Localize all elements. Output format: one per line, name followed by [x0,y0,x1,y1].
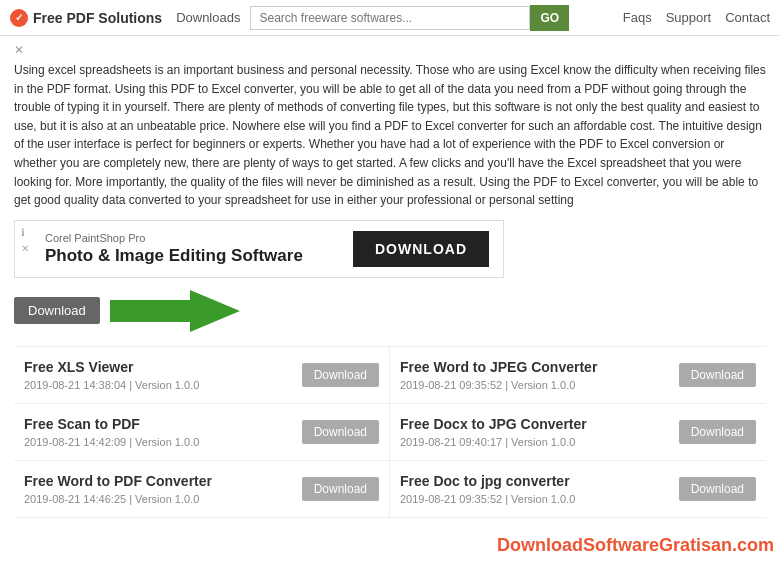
main-download-area: Download [14,290,766,332]
software-name: Free Docx to JPG Converter [400,416,679,432]
site-header: ✓ Free PDF Solutions Downloads GO Faqs S… [0,0,780,36]
nav-downloads[interactable]: Downloads [176,10,240,25]
software-info: Free Scan to PDF 2019-08-21 14:42:09 | V… [24,416,302,448]
logo-icon: ✓ [10,9,28,27]
software-info: Free Word to JPEG Converter 2019-08-21 0… [400,359,679,391]
svg-marker-0 [110,290,240,332]
description-text: Using excel spreadsheets is an important… [14,61,766,210]
download-button[interactable]: Download [679,477,756,501]
software-name: Free Word to JPEG Converter [400,359,679,375]
download-button[interactable]: Download [679,363,756,387]
software-meta: 2019-08-21 14:42:09 | Version 1.0.0 [24,436,302,448]
download-button[interactable]: Download [679,420,756,444]
download-button[interactable]: Download [302,420,379,444]
search-go-button[interactable]: GO [530,5,569,31]
software-item: Free Scan to PDF 2019-08-21 14:42:09 | V… [14,404,390,461]
software-info: Free Word to PDF Converter 2019-08-21 14… [24,473,302,505]
main-download-button[interactable]: Download [14,297,100,324]
search-area: GO [250,5,612,31]
download-button[interactable]: Download [302,363,379,387]
software-info: Free Doc to jpg converter 2019-08-21 09:… [400,473,679,505]
close-button[interactable]: ✕ [14,43,24,57]
arrow-icon [110,290,240,332]
logo-text: Free PDF Solutions [33,10,162,26]
software-item: Free Word to PDF Converter 2019-08-21 14… [14,461,390,518]
search-input[interactable] [250,6,530,30]
software-item: Free Word to JPEG Converter 2019-08-21 0… [390,347,766,404]
software-info: Free Docx to JPG Converter 2019-08-21 09… [400,416,679,448]
ad-info-icon[interactable]: ℹ [21,227,25,238]
site-logo[interactable]: ✓ Free PDF Solutions [10,9,162,27]
software-meta: 2019-08-21 09:35:52 | Version 1.0.0 [400,379,679,391]
software-grid: Free XLS Viewer 2019-08-21 14:38:04 | Ve… [14,346,766,518]
main-content: ✕ Using excel spreadsheets is an importa… [0,36,780,528]
software-info: Free XLS Viewer 2019-08-21 14:38:04 | Ve… [24,359,302,391]
ad-title: Photo & Image Editing Software [45,246,303,266]
ad-download-button[interactable]: DOWNLOAD [353,231,489,267]
header-nav-right: Faqs Support Contact [623,10,770,25]
nav-support[interactable]: Support [666,10,712,25]
software-meta: 2019-08-21 14:38:04 | Version 1.0.0 [24,379,302,391]
ad-banner: ℹ ✕ Corel PaintShop Pro Photo & Image Ed… [14,220,504,278]
software-meta: 2019-08-21 09:35:52 | Version 1.0.0 [400,493,679,505]
software-name: Free Word to PDF Converter [24,473,302,489]
ad-text: Corel PaintShop Pro Photo & Image Editin… [29,232,303,266]
nav-faqs[interactable]: Faqs [623,10,652,25]
software-name: Free Scan to PDF [24,416,302,432]
download-button[interactable]: Download [302,477,379,501]
software-item: Free Doc to jpg converter 2019-08-21 09:… [390,461,766,518]
ad-close-icon[interactable]: ✕ [21,243,29,254]
nav-contact[interactable]: Contact [725,10,770,25]
software-item: Free Docx to JPG Converter 2019-08-21 09… [390,404,766,461]
software-name: Free Doc to jpg converter [400,473,679,489]
software-meta: 2019-08-21 14:46:25 | Version 1.0.0 [24,493,302,505]
software-name: Free XLS Viewer [24,359,302,375]
ad-label: Corel PaintShop Pro [45,232,303,244]
software-item: Free XLS Viewer 2019-08-21 14:38:04 | Ve… [14,347,390,404]
software-meta: 2019-08-21 09:40:17 | Version 1.0.0 [400,436,679,448]
